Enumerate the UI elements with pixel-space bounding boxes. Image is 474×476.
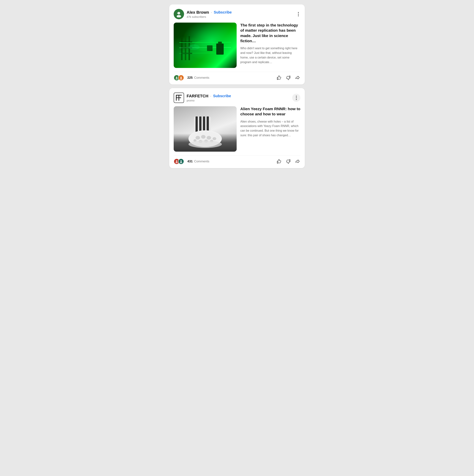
share-button[interactable] <box>295 75 300 81</box>
subscribe-button[interactable]: Subscribe <box>214 10 232 15</box>
dislike-button[interactable] <box>286 159 291 164</box>
svg-point-31 <box>213 137 216 140</box>
avatar[interactable] <box>174 93 184 103</box>
svg-point-17 <box>176 77 177 78</box>
more-options-button[interactable] <box>296 11 300 17</box>
more-options-button[interactable] <box>292 94 300 102</box>
action-buttons <box>276 159 300 164</box>
article-text: The first step in the technology of matt… <box>240 23 300 68</box>
article-text: Alien Yeezy Foam RNNR: how to choose and… <box>240 106 300 152</box>
subscribe-button[interactable]: Subscribe <box>213 94 231 98</box>
channel-name-row: FARFETCH · Subscribe <box>187 94 231 99</box>
farfetch-card: FARFETCH · Subscribe promo <box>169 88 305 168</box>
svg-point-20 <box>180 78 182 79</box>
svg-point-29 <box>201 135 205 139</box>
comment-avatar-2 <box>178 158 184 164</box>
svg-point-37 <box>176 160 177 162</box>
share-button[interactable] <box>295 159 300 164</box>
separator-dot: · <box>211 10 212 15</box>
svg-rect-13 <box>218 42 222 44</box>
comment-count: 225 <box>187 76 193 80</box>
comment-label: Comments <box>194 76 209 80</box>
article-title[interactable]: The first step in the technology of matt… <box>240 23 300 44</box>
channel-text: Alex Brown · Subscribe 47k subscribers <box>187 10 232 18</box>
article-description: Who didn't want to get something right h… <box>240 46 300 65</box>
comment-avatars <box>174 158 184 164</box>
svg-point-16 <box>188 44 200 50</box>
svg-point-36 <box>188 140 222 148</box>
channel-name: Alex Brown <box>187 10 209 15</box>
article-description: Alien shoes, cheese with holes – a list … <box>240 119 300 138</box>
card-footer: 225 Comments <box>174 72 300 81</box>
dot-icon-3 <box>296 99 297 100</box>
comment-avatars <box>174 75 184 81</box>
comment-count: 431 <box>187 160 193 163</box>
svg-point-38 <box>175 162 178 163</box>
svg-point-39 <box>180 160 182 162</box>
svg-point-30 <box>207 136 211 140</box>
svg-point-28 <box>196 136 200 140</box>
card-header: FARFETCH · Subscribe promo <box>174 93 300 103</box>
card-header: Alex Brown · Subscribe 47k subscribers <box>174 9 300 19</box>
comment-avatar-2 <box>178 75 184 81</box>
dot-icon-1 <box>298 12 299 13</box>
svg-rect-3 <box>181 38 183 60</box>
svg-point-2 <box>177 13 178 14</box>
promo-label: promo <box>187 99 231 102</box>
svg-point-1 <box>177 15 181 17</box>
svg-rect-12 <box>216 44 224 55</box>
dot-icon-3 <box>298 15 299 16</box>
svg-point-40 <box>180 162 182 163</box>
card-footer: 431 Comments <box>174 155 300 164</box>
channel-name-row: Alex Brown · Subscribe <box>187 10 232 15</box>
separator-dot: · <box>210 94 211 98</box>
dislike-button[interactable] <box>286 75 291 81</box>
svg-point-19 <box>180 77 182 78</box>
channel-info: Alex Brown · Subscribe 47k subscribers <box>174 9 232 19</box>
channel-name: FARFETCH <box>187 94 208 99</box>
article-title[interactable]: Alien Yeezy Foam RNNR: how to choose and… <box>240 106 300 117</box>
svg-point-18 <box>175 78 178 79</box>
dot-icon-2 <box>296 97 297 98</box>
channel-info: FARFETCH · Subscribe promo <box>174 93 231 103</box>
avatar[interactable] <box>174 9 184 19</box>
card-content: Alien Yeezy Foam RNNR: how to choose and… <box>174 106 300 152</box>
card-content: The first step in the technology of matt… <box>174 23 300 68</box>
action-buttons <box>276 75 300 81</box>
comment-label: Comments <box>194 160 209 163</box>
comments-area: 431 Comments <box>174 158 209 164</box>
article-thumbnail[interactable] <box>174 106 237 152</box>
comments-area: 225 Comments <box>174 75 209 81</box>
subscriber-count: 47k subscribers <box>187 15 232 18</box>
svg-rect-22 <box>196 117 198 133</box>
article-thumbnail[interactable] <box>174 23 237 68</box>
dot-icon-2 <box>298 14 299 15</box>
alex-brown-card: Alex Brown · Subscribe 47k subscribers <box>169 4 305 85</box>
channel-text: FARFETCH · Subscribe promo <box>187 94 231 102</box>
dot-icon-1 <box>296 96 297 97</box>
like-button[interactable] <box>276 75 282 81</box>
like-button[interactable] <box>276 159 282 164</box>
